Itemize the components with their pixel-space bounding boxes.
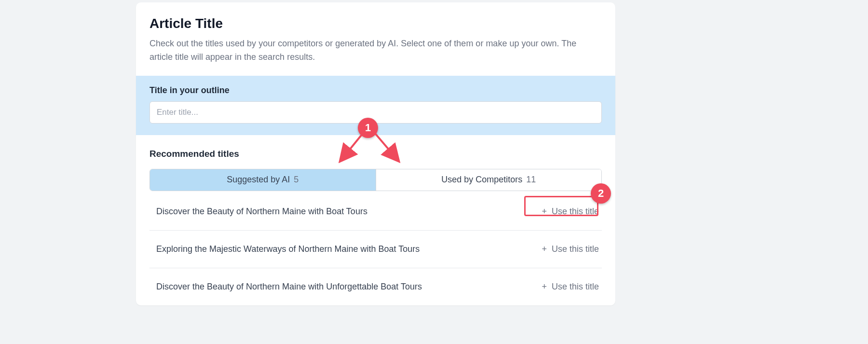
article-title-card: Article Title Check out the titles used … <box>136 2 615 305</box>
tab-count: 5 <box>294 175 298 185</box>
outline-label: Title in your outline <box>149 85 602 96</box>
list-item: Exploring the Majestic Waterways of Nort… <box>149 231 602 268</box>
tab-count: 11 <box>526 175 536 185</box>
use-this-title-button[interactable]: + Use this title <box>539 205 602 219</box>
title-source-tabs: Suggested by AI 5 Used by Competitors 11 <box>149 169 602 191</box>
page-title: Article Title <box>149 16 602 31</box>
plus-icon: + <box>542 207 547 216</box>
list-item: Discover the Beauty of Northern Maine wi… <box>149 193 602 231</box>
suggested-title-text: Discover the Beauty of Northern Maine wi… <box>149 282 422 292</box>
use-this-title-label: Use this title <box>552 282 599 292</box>
title-input[interactable] <box>149 101 602 124</box>
plus-icon: + <box>542 245 547 253</box>
card-header: Article Title Check out the titles used … <box>136 2 615 76</box>
use-this-title-label: Use this title <box>552 244 599 254</box>
list-item: Discover the Beauty of Northern Maine wi… <box>149 268 602 305</box>
suggested-title-text: Exploring the Majestic Waterways of Nort… <box>149 244 420 254</box>
plus-icon: + <box>542 282 547 291</box>
page-description: Check out the titles used by your compet… <box>149 37 598 64</box>
recommended-heading: Recommended titles <box>149 149 602 159</box>
title-suggestion-list: Discover the Beauty of Northern Maine wi… <box>149 193 602 305</box>
use-this-title-button[interactable]: + Use this title <box>539 280 602 294</box>
tab-suggested-by-ai[interactable]: Suggested by AI 5 <box>150 169 376 191</box>
recommended-section: Recommended titles Suggested by AI 5 Use… <box>136 135 615 305</box>
use-this-title-button[interactable]: + Use this title <box>539 242 602 256</box>
use-this-title-label: Use this title <box>552 206 599 217</box>
tab-label: Used by Competitors <box>441 175 522 185</box>
outline-section: Title in your outline <box>136 76 615 135</box>
tab-used-by-competitors[interactable]: Used by Competitors 11 <box>376 169 602 191</box>
suggested-title-text: Discover the Beauty of Northern Maine wi… <box>149 206 367 217</box>
tab-label: Suggested by AI <box>227 175 290 185</box>
